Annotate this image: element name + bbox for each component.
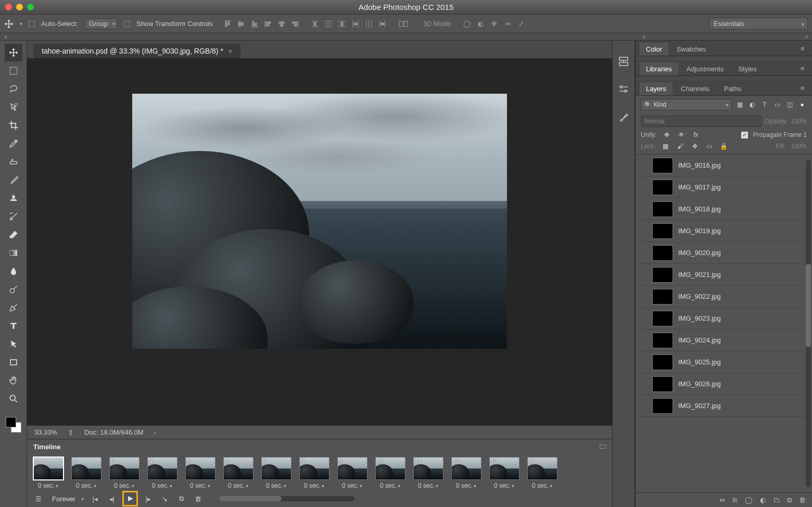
3d-pan-icon[interactable]: ✥ [489, 19, 499, 29]
layer-name[interactable]: IMG_9024.jpg [678, 336, 721, 344]
path-select-tool[interactable] [5, 335, 22, 353]
lock-artboard-icon[interactable]: ▭ [705, 143, 714, 150]
new-fill-adjustment-icon[interactable]: ◐ [760, 496, 766, 504]
new-layer-icon[interactable]: ⧉ [787, 496, 792, 504]
frame-delay[interactable]: 0 sec.▾ [494, 482, 514, 489]
layer-thumbnail[interactable] [652, 289, 673, 305]
frame-thumbnail[interactable]: 10 [375, 457, 405, 480]
layer-thumbnail[interactable] [652, 158, 673, 173]
foreground-color-swatch[interactable] [6, 417, 16, 427]
propagate-frame-checkbox[interactable]: ✓ [741, 132, 748, 138]
next-frame-button[interactable]: |▸ [142, 492, 155, 505]
layer-filter-kind-dropdown[interactable]: 🔍 Kind ▾ [641, 99, 732, 110]
crop-tool[interactable] [5, 117, 22, 134]
tab-libraries[interactable]: Libraries [640, 62, 678, 75]
align-bottom-button[interactable] [249, 19, 260, 29]
frame-delay[interactable]: 0 sec.▾ [228, 482, 248, 489]
canvas[interactable] [27, 58, 612, 425]
brush-panel-icon[interactable] [617, 111, 630, 124]
auto-select-checkbox[interactable] [29, 21, 35, 27]
layer-mask-icon[interactable]: ◯ [745, 496, 753, 504]
frame-delay[interactable]: 0 sec.▾ [418, 482, 438, 489]
pen-tool[interactable] [5, 299, 22, 316]
clone-stamp-tool[interactable] [5, 189, 22, 207]
move-tool-icon[interactable] [4, 19, 14, 29]
frame-thumbnail[interactable]: 4 [147, 457, 177, 480]
fill-value[interactable]: 100% [791, 143, 807, 150]
filter-adjustment-icon[interactable]: ◐ [747, 101, 757, 108]
collapse-right-panels-icon[interactable]: » [805, 34, 808, 40]
frame-thumbnail[interactable]: 13 [489, 457, 519, 480]
marquee-tool[interactable] [5, 62, 22, 80]
lock-all-icon[interactable]: 🔒 [719, 143, 729, 150]
distribute-hcenter-button[interactable] [364, 19, 374, 29]
layer-list[interactable]: 👁IMG_9016.jpg👁IMG_9017.jpg👁IMG_9018.jpg👁… [636, 154, 812, 492]
3d-slide-icon[interactable]: ⇔ [502, 19, 513, 29]
move-tool[interactable] [5, 44, 22, 61]
rectangle-tool[interactable] [5, 353, 22, 371]
layer-row[interactable]: 👁IMG_9021.jpg [636, 264, 812, 286]
frame-thumbnail[interactable]: 9 [337, 457, 367, 480]
loop-dropdown[interactable]: Forever ▾ [49, 494, 85, 504]
layer-thumbnail[interactable] [652, 201, 673, 217]
dodge-tool[interactable] [5, 281, 22, 298]
timeline-frame[interactable]: 30 sec.▾ [107, 457, 141, 489]
layer-row[interactable]: 👁IMG_9018.jpg [636, 198, 812, 220]
quick-select-tool[interactable] [5, 98, 22, 116]
timeline-panel-menu-icon[interactable] [600, 445, 606, 449]
tab-swatches[interactable]: Swatches [670, 43, 712, 56]
layers-scrollbar[interactable] [806, 160, 811, 487]
filter-toggle-icon[interactable]: ● [797, 101, 807, 108]
timeline-frame[interactable]: 110 sec.▾ [411, 457, 445, 489]
align-right-button[interactable] [290, 19, 300, 29]
layer-row[interactable]: 👁IMG_9025.jpg [636, 351, 812, 373]
frame-delay[interactable]: 0 sec.▾ [456, 482, 476, 489]
panel-menu-icon[interactable]: ≡ [801, 45, 808, 50]
layer-row[interactable]: 👁IMG_9016.jpg [636, 155, 812, 176]
timeline-frame[interactable]: 70 sec.▾ [259, 457, 293, 489]
distribute-left-button[interactable] [350, 19, 361, 29]
layer-style-icon[interactable]: fx [732, 496, 738, 504]
frame-thumbnail[interactable]: 12 [451, 457, 481, 480]
align-hcenter-button[interactable] [276, 19, 287, 29]
link-layers-icon[interactable]: ⇔ [719, 496, 725, 504]
layer-thumbnail[interactable] [652, 376, 673, 392]
blend-mode-dropdown[interactable]: Normal [641, 116, 762, 127]
frame-delay[interactable]: 0 sec.▾ [304, 482, 324, 489]
frame-thumbnail[interactable]: 5 [185, 457, 215, 480]
panel-menu-icon[interactable]: ≡ [801, 65, 808, 70]
document-tab[interactable]: tahoe-animation.psd @ 33.3% (IMG_9030.jp… [33, 44, 240, 58]
layer-row[interactable]: 👁IMG_9019.jpg [636, 220, 812, 242]
zoom-level[interactable]: 33.33% [34, 428, 57, 436]
history-panel-icon[interactable] [617, 55, 630, 68]
layer-row[interactable]: 👁IMG_9020.jpg [636, 242, 812, 264]
layer-name[interactable]: IMG_9027.jpg [678, 402, 721, 410]
layer-name[interactable]: IMG_9022.jpg [678, 293, 721, 300]
frame-delay[interactable]: 0 sec.▾ [152, 482, 172, 489]
blur-tool[interactable] [5, 262, 22, 280]
3d-scale-icon[interactable]: ⤢ [516, 19, 526, 29]
3d-orbit-icon[interactable]: ◯ [462, 19, 472, 29]
lock-transparency-icon[interactable]: ▩ [661, 143, 670, 150]
frame-thumbnail[interactable]: 3 [109, 457, 139, 480]
layer-name[interactable]: IMG_9018.jpg [678, 205, 721, 213]
timeline-frame[interactable]: 120 sec.▾ [449, 457, 483, 489]
align-vcenter-button[interactable] [236, 19, 246, 29]
eraser-tool[interactable] [5, 226, 22, 244]
lasso-tool[interactable] [5, 80, 22, 98]
layer-thumbnail[interactable] [652, 223, 673, 239]
frame-thumbnail[interactable]: 1 [33, 457, 64, 480]
play-button[interactable] [122, 491, 138, 506]
layer-name[interactable]: IMG_9016.jpg [678, 161, 721, 169]
new-group-icon[interactable]: 🗀 [773, 496, 780, 504]
align-top-button[interactable] [222, 19, 233, 29]
distribute-bottom-button[interactable] [337, 19, 347, 29]
layer-thumbnail[interactable] [652, 354, 673, 370]
timeline-scrollbar[interactable] [219, 496, 354, 501]
collapse-iconstrip-icon[interactable]: « [642, 34, 645, 40]
timeline-frame[interactable]: 130 sec.▾ [487, 457, 521, 489]
filter-type-icon[interactable]: T [760, 101, 769, 108]
frame-thumbnail[interactable]: 8 [299, 457, 329, 480]
distribute-top-button[interactable] [310, 19, 320, 29]
layer-name[interactable]: IMG_9025.jpg [678, 358, 721, 366]
